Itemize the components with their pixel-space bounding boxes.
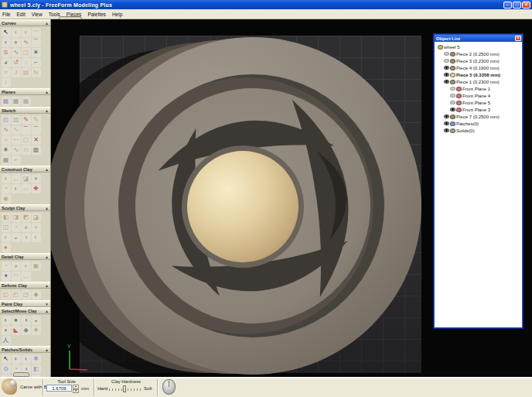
collapse-arrow-icon[interactable]: ▲ <box>45 90 49 94</box>
deform-clay-tool-icon-2[interactable]: ◰ <box>12 290 21 299</box>
curves-tool-icon-18[interactable]: J <box>12 68 21 77</box>
expand-arrow-icon[interactable]: ▼ <box>45 302 49 306</box>
visibility-on-icon[interactable] <box>444 80 449 84</box>
sketch-tool-icon-3[interactable]: ✎ <box>22 115 31 125</box>
sketch-tool-icon-10[interactable]: ─ <box>12 135 21 145</box>
deform-clay-tool-icon-4[interactable]: ◈ <box>32 290 41 299</box>
sketch-tool-icon-4[interactable]: ✎ <box>32 115 41 125</box>
palette-section-sculpt-clay[interactable]: Sculpt Clay▲ <box>0 204 50 211</box>
construct-clay-tool-icon-8[interactable]: ✚ <box>32 184 41 193</box>
select-move-clay-tool-icon-8[interactable]: ✳ <box>32 326 41 335</box>
tree-item-front-plane-4[interactable]: Front Plane 4 <box>436 92 522 99</box>
collapse-arrow-icon[interactable]: ▲ <box>45 167 49 172</box>
palette-section-deform-clay[interactable]: Deform Clay▲ <box>0 282 50 289</box>
carve-tool-icon[interactable] <box>2 378 17 395</box>
close-button[interactable]: ✕ <box>522 2 530 9</box>
sketch-tool-icon-11[interactable]: ▢ <box>22 135 31 145</box>
tree-item-front-plane-3[interactable]: Front Plane 3 <box>436 106 522 113</box>
curves-tool-icon-13[interactable]: ◕ <box>2 58 11 67</box>
mouse-mapping-icon[interactable] <box>162 379 176 395</box>
palette-section-paint-clay[interactable]: Paint Clay▼ <box>0 300 50 307</box>
collapse-arrow-icon[interactable]: ▲ <box>45 206 49 210</box>
construct-clay-tool-icon-9[interactable]: ◉ <box>2 194 11 204</box>
curves-tool-icon-19[interactable]: ▤ <box>22 68 31 77</box>
sculpt-clay-tool-icon-2[interactable]: ◨ <box>12 213 21 222</box>
select-move-clay-tool-icon-4[interactable]: ◒ <box>32 316 41 325</box>
menu-edit[interactable]: Edit <box>16 12 25 17</box>
curves-tool-icon-10[interactable]: ∿ <box>12 48 21 57</box>
detail-clay-tool-icon-7[interactable]: ◡ <box>22 272 31 281</box>
palette-section-sketch[interactable]: Sketch▲ <box>0 107 50 114</box>
curves-tool-icon-9[interactable]: S <box>2 48 11 57</box>
planes-tool-icon-3[interactable]: ▦ <box>22 97 31 106</box>
visibility-off-icon[interactable] <box>450 94 455 98</box>
visibility-on-icon[interactable] <box>444 128 449 132</box>
patches-solids-tool-icon-1[interactable]: ↖ <box>2 354 11 364</box>
tree-item-piece-7-0-2500-mm[interactable]: Piece 7 (0.2500 mm) <box>436 113 522 120</box>
construct-clay-tool-icon-6[interactable]: ◗ <box>12 184 21 193</box>
tool-size-input[interactable]: 1.6709 <box>46 385 72 392</box>
sculpt-clay-tool-icon-11[interactable]: ◑ <box>22 233 31 242</box>
tree-item-piece-5-0-3358-mm[interactable]: Piece 5 (0.3358 mm) <box>436 71 522 78</box>
visibility-on-icon[interactable] <box>444 73 449 77</box>
palette-section-patches-solids[interactable]: Patches/Solids▲ <box>0 346 50 353</box>
viewport-3d[interactable]: Y Object List ✕ wheel 5Piece 2 (0.2500 m… <box>51 19 532 377</box>
tree-item-patches-0[interactable]: Patches(0) <box>436 120 522 127</box>
construct-clay-tool-icon-4[interactable]: ● <box>32 174 41 183</box>
tree-item-front-plane-5[interactable]: Front Plane 5 <box>436 99 522 106</box>
select-move-clay-tool-icon-6[interactable]: ◣ <box>12 326 21 335</box>
construct-clay-tool-icon-2[interactable]: ◡ <box>12 174 21 183</box>
planes-tool-icon-2[interactable]: ▦ <box>12 97 21 106</box>
tree-item-piece-1-0-2300-mm[interactable]: Piece 1 (0.2300 mm) <box>436 78 522 85</box>
menu-help[interactable]: Help <box>112 12 122 17</box>
palette-section-detail-clay[interactable]: Detail Clay▲ <box>0 253 50 260</box>
visibility-off-icon[interactable] <box>450 101 455 104</box>
sculpt-clay-tool-icon-13[interactable]: ● <box>2 243 11 252</box>
menu-tools[interactable]: Tools <box>49 12 60 17</box>
sketch-tool-icon-8[interactable]: ⌒ <box>32 125 41 135</box>
visibility-on-icon[interactable] <box>444 115 449 118</box>
sculpt-clay-tool-icon-10[interactable]: ◒ <box>12 233 21 242</box>
curves-tool-icon-7[interactable]: ∿ <box>22 38 31 47</box>
planes-tool-icon-1[interactable]: ▦ <box>2 97 11 106</box>
sculpt-clay-tool-icon-12[interactable]: ◐ <box>32 233 41 242</box>
sculpt-clay-tool-icon-8[interactable]: ◖ <box>32 223 41 232</box>
menu-view[interactable]: View <box>32 12 43 17</box>
tree-item-piece-3-0-2300-mm[interactable]: Piece 3 (0.2300 mm) <box>436 57 522 64</box>
curves-tool-icon-3[interactable]: ◗ <box>22 28 31 37</box>
detail-clay-tool-icon-6[interactable]: ◠ <box>12 272 21 281</box>
palette-section-construct-clay[interactable]: Construct Clay▲ <box>0 166 50 173</box>
sketch-tool-icon-17[interactable]: ▦ <box>2 156 11 165</box>
collapse-arrow-icon[interactable]: ▲ <box>45 309 49 313</box>
sketch-tool-icon-16[interactable]: ▩ <box>32 145 41 155</box>
palette-section-select-move-clay[interactable]: Select/Move Clay▲ <box>0 307 50 314</box>
object-list-close-icon[interactable]: ✕ <box>515 36 521 41</box>
menu-file[interactable]: File <box>2 12 10 17</box>
object-list-titlebar[interactable]: Object List ✕ <box>435 35 522 42</box>
curves-tool-icon-8[interactable]: ⌒ <box>32 38 41 47</box>
sketch-tool-icon-1[interactable]: ▨ <box>2 115 11 125</box>
construct-clay-tool-icon-1[interactable]: ◖ <box>2 174 11 183</box>
tree-item-piece-2-0-2500-mm[interactable]: Piece 2 (0.2500 mm) <box>436 50 522 57</box>
tree-item-wheel-5[interactable]: wheel 5 <box>436 43 522 50</box>
curves-tool-icon-1[interactable]: ↖ <box>2 28 11 37</box>
select-move-clay-tool-icon-3[interactable]: ◑ <box>22 316 31 325</box>
select-move-clay-tool-icon-7[interactable]: ◆ <box>22 326 31 335</box>
visibility-on-icon[interactable] <box>444 66 449 70</box>
curves-tool-icon-6[interactable]: ● <box>12 38 21 47</box>
collapse-arrow-icon[interactable]: ▲ <box>45 283 49 288</box>
hardness-slider[interactable] <box>109 388 142 391</box>
select-move-clay-tool-icon-2[interactable]: ● <box>12 316 21 325</box>
curves-tool-icon-21[interactable]: / <box>2 78 11 87</box>
sculpt-clay-tool-icon-1[interactable]: ◧ <box>2 213 11 222</box>
detail-clay-tool-icon-3[interactable]: ◖ <box>22 262 31 271</box>
stepper-down-icon[interactable]: ▼ <box>73 389 79 394</box>
maximize-button[interactable]: □ <box>513 2 521 9</box>
sketch-tool-icon-15[interactable]: ◇ <box>22 145 31 155</box>
curves-tool-icon-4[interactable]: ◠ <box>32 28 41 37</box>
patches-solids-tool-icon-4[interactable]: ❋ <box>32 354 41 364</box>
collapse-arrow-icon[interactable]: ▲ <box>45 108 49 113</box>
sculpt-clay-tool-icon-7[interactable]: ◕ <box>22 223 31 232</box>
select-move-clay-tool-icon-1[interactable]: ◐ <box>2 316 11 325</box>
minimize-button[interactable]: − <box>503 2 512 9</box>
